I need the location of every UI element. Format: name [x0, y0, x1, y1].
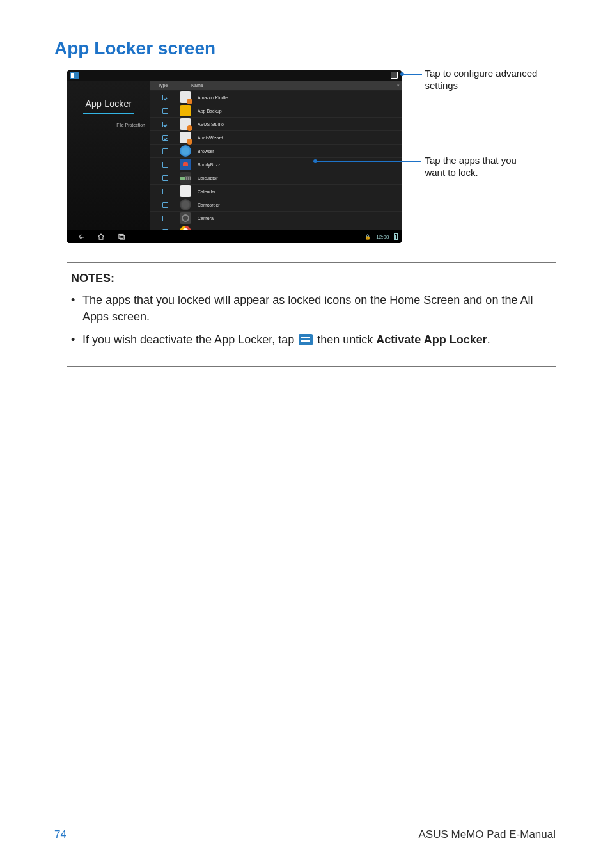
svg-rect-0	[119, 235, 123, 239]
app-checkbox[interactable]	[150, 162, 180, 168]
app-checkbox[interactable]	[150, 189, 180, 194]
device-screenshot: App Locker File Protection Type Name ▾ A…	[67, 70, 402, 243]
app-row[interactable]: Camcorder	[150, 198, 402, 212]
app-checkbox[interactable]	[150, 216, 180, 221]
app-row[interactable]: AudioWizard	[150, 131, 402, 145]
settings-icon-inline	[299, 334, 313, 345]
app-icon	[180, 105, 191, 116]
app-checkbox[interactable]	[150, 108, 180, 114]
app-label: Browser	[198, 149, 214, 154]
col-type: Type	[150, 83, 180, 88]
nav-bar: 🔒 12:00	[67, 230, 402, 243]
app-row[interactable]: Amazon Kindle	[150, 91, 402, 104]
col-name: Name	[180, 83, 203, 88]
note-text-2: If you wish deactivate the App Locker, t…	[82, 331, 552, 348]
list-header: Type Name ▾	[150, 81, 402, 91]
product-name: ASUS MeMO Pad E-Manual	[419, 828, 556, 841]
app-icon	[180, 212, 191, 224]
app-checkbox[interactable]	[150, 135, 180, 141]
app-label: Amazon Kindle	[198, 95, 228, 100]
settings-icon[interactable]	[391, 72, 398, 79]
app-icon	[180, 185, 191, 197]
callout-text: Tap to configure advanced settings	[425, 68, 537, 91]
app-checkbox[interactable]	[150, 202, 180, 208]
page-number: 74	[54, 828, 66, 841]
app-icon	[180, 132, 191, 143]
sidebar-title: App Locker	[67, 99, 150, 109]
app-label: AudioWizard	[198, 136, 223, 140]
statusbar-app-icon	[70, 72, 79, 79]
app-row[interactable]: App Backup	[150, 104, 402, 118]
callout-text-l1: Tap the apps that you	[425, 155, 516, 166]
app-checkbox[interactable]	[150, 95, 180, 100]
back-icon[interactable]	[76, 232, 85, 241]
app-icon	[180, 118, 191, 130]
figure-row: App Locker File Protection Type Name ▾ A…	[67, 70, 556, 243]
sidebar-sub-line	[107, 130, 145, 130]
page-footer: 74 ASUS MeMO Pad E-Manual	[54, 823, 556, 841]
app-icon	[180, 145, 191, 157]
clock-time: 12:00	[376, 234, 389, 240]
callout-text-l2: want to lock.	[425, 167, 478, 178]
app-icon	[180, 172, 191, 184]
app-row[interactable]: Browser	[150, 145, 402, 158]
sidebar-sub[interactable]: File Protection	[67, 123, 150, 127]
app-label: BuddyBuzz	[198, 162, 220, 167]
app-checkbox[interactable]	[150, 122, 180, 127]
note-item-1: The apps that you locked will appear as …	[71, 292, 552, 325]
app-row[interactable]: ASUS Studio	[150, 118, 402, 131]
home-icon[interactable]	[97, 232, 106, 241]
app-row[interactable]: Calculator	[150, 171, 402, 185]
sidebar: App Locker File Protection	[67, 81, 150, 230]
app-checkbox[interactable]	[150, 175, 180, 181]
note-item-2: If you wish deactivate the App Locker, t…	[71, 331, 552, 348]
callouts: Tap to configure advanced settings Tap t…	[407, 70, 556, 243]
app-label: App Backup	[198, 109, 222, 113]
app-label: Calendar	[198, 189, 215, 194]
recent-icon[interactable]	[117, 232, 126, 241]
note-text-1: The apps that you locked will appear as …	[82, 292, 552, 325]
app-label: Calculator	[198, 176, 218, 180]
app-icon	[180, 199, 191, 210]
status-bar	[67, 70, 402, 81]
app-row[interactable]: BuddyBuzz	[150, 158, 402, 171]
callout-settings: Tap to configure advanced settings	[425, 68, 556, 92]
manual-page: App Locker screen App Locker File Protec…	[0, 0, 610, 868]
svg-rect-1	[120, 235, 125, 239]
app-row[interactable]: Calendar	[150, 185, 402, 198]
app-icon	[180, 91, 191, 103]
app-label: Camcorder	[198, 203, 220, 207]
app-row[interactable]: Camera	[150, 212, 402, 225]
lock-icon: 🔒	[364, 234, 371, 240]
app-icon	[180, 159, 191, 170]
scroll-hint: ▾	[395, 83, 402, 88]
battery-icon	[394, 233, 398, 240]
app-label: ASUS Studio	[198, 122, 224, 127]
callout-tap-apps: Tap the apps that you want to lock.	[425, 155, 516, 179]
app-list: Type Name ▾ Amazon KindleApp BackupASUS …	[150, 81, 402, 230]
notes-box: NOTES: The apps that you locked will app…	[67, 262, 556, 367]
sidebar-underline	[83, 113, 134, 114]
notes-heading: NOTES:	[71, 272, 552, 285]
app-checkbox[interactable]	[150, 148, 180, 154]
section-title: App Locker screen	[54, 38, 556, 59]
app-label: Camera	[198, 216, 214, 221]
